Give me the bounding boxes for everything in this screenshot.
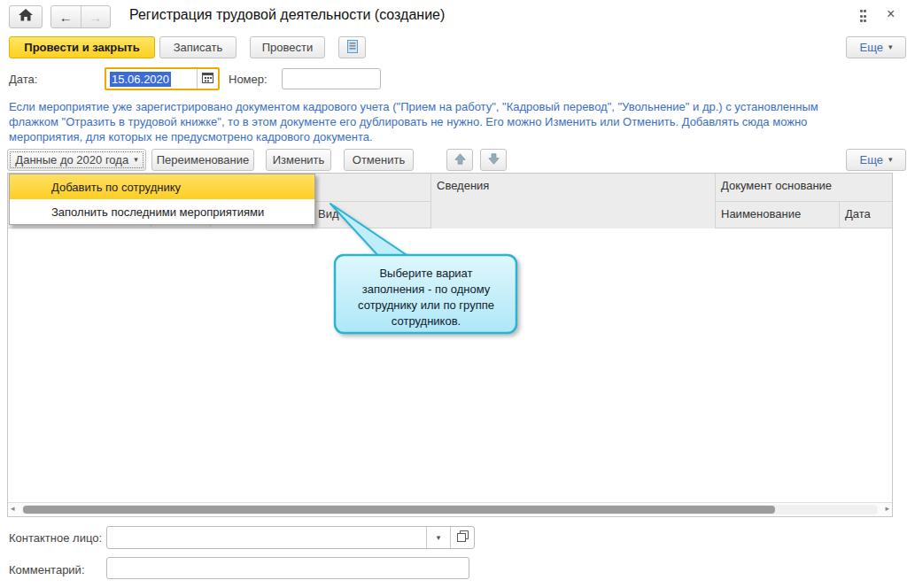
calendar-button[interactable]: [197, 69, 218, 89]
hint-line: мероприятия, для которых не предусмотрен…: [9, 129, 909, 144]
calendar-icon: [202, 71, 213, 87]
hint-text: Если мероприятие уже зарегистрировано до…: [9, 99, 909, 144]
edit-button[interactable]: Изменить: [266, 149, 331, 171]
contact-open-button[interactable]: [450, 527, 474, 548]
home-button[interactable]: [9, 5, 43, 28]
edit-label: Изменить: [273, 153, 325, 166]
scroll-left-icon[interactable]: ◂: [11, 504, 15, 513]
callout-line: сотруднику или по группе: [339, 298, 513, 313]
contact-label: Контактное лицо:: [9, 531, 102, 545]
more-menu-icon[interactable]: [860, 8, 869, 24]
post-and-close-label: Провести и закрыть: [24, 41, 139, 54]
date-value-selected: 15.06.2020: [110, 72, 171, 87]
post-button[interactable]: Провести: [250, 36, 325, 58]
more-label: Еще: [860, 153, 883, 166]
scroll-right-icon[interactable]: ▸: [885, 504, 889, 513]
back-button[interactable]: ←: [51, 6, 81, 27]
header-cell: [313, 174, 431, 202]
date-field[interactable]: 15.06.2020: [105, 67, 220, 90]
header-cell-data[interactable]: Дата: [840, 202, 892, 228]
header-cell-naimenovanie[interactable]: Наименование: [716, 202, 840, 228]
post-label: Провести: [262, 41, 314, 54]
comment-label: Комментарий:: [9, 563, 85, 576]
header-cell-doc-osnovanie[interactable]: Документ основание: [716, 174, 892, 202]
fill-dropdown-menu: Добавить по сотруднику Заполнить последн…: [9, 174, 315, 225]
comment-input[interactable]: [107, 558, 469, 578]
post-and-close-button[interactable]: Провести и закрыть: [9, 36, 155, 58]
home-icon: [19, 9, 33, 25]
hint-line: Если мероприятие уже зарегистрировано до…: [9, 99, 909, 114]
header-cell-svedeniya[interactable]: Сведения: [431, 174, 716, 228]
rename-label: Переименование: [157, 153, 250, 166]
cancel-button[interactable]: Отменить: [344, 149, 414, 171]
contact-input-area[interactable]: [107, 527, 426, 548]
scrollbar-track[interactable]: [22, 505, 878, 514]
header-cell-vid[interactable]: Вид: [313, 202, 431, 228]
menu-item-add-by-employee[interactable]: Добавить по сотруднику: [10, 174, 314, 199]
rename-button[interactable]: Переименование: [151, 149, 254, 171]
callout-line: Выберите вариат: [339, 266, 513, 282]
menu-item-fill-last-events[interactable]: Заполнить последними мероприятиями: [10, 199, 314, 224]
window: ← → Регистрация трудовой деятельности (с…: [0, 0, 915, 588]
hint-line: флажком "Отразить в трудовой книжке", то…: [9, 114, 909, 129]
more-button-table[interactable]: Еще ▾: [846, 149, 906, 171]
close-icon[interactable]: ×: [887, 6, 895, 22]
move-down-button[interactable]: [480, 149, 507, 171]
data-before-2020-label: Данные до 2020 года: [15, 153, 128, 166]
date-value: 15.06.2020: [106, 69, 197, 89]
arrow-down-icon: [488, 153, 500, 167]
number-input[interactable]: [283, 69, 380, 89]
number-field[interactable]: [282, 68, 381, 89]
forward-button[interactable]: →: [81, 6, 110, 27]
more-label: Еще: [860, 41, 883, 54]
page-title: Регистрация трудовой деятельности (созда…: [129, 7, 445, 23]
cancel-label: Отменить: [353, 153, 405, 166]
date-label: Дата:: [9, 73, 37, 86]
register-records-button[interactable]: [338, 36, 366, 58]
chevron-down-icon: ▾: [888, 156, 893, 164]
save-label: Записать: [174, 41, 223, 54]
more-button-top[interactable]: Еще ▾: [846, 36, 906, 58]
save-button[interactable]: Записать: [159, 36, 237, 58]
arrow-up-icon: [454, 153, 466, 167]
back-icon: ←: [59, 10, 73, 25]
history-nav: ← →: [50, 5, 111, 28]
register-records-icon: [347, 40, 358, 56]
forward-icon: →: [89, 10, 102, 25]
contact-input[interactable]: [107, 527, 426, 548]
horizontal-scrollbar[interactable]: ◂ ▸: [8, 502, 892, 516]
number-label: Номер:: [229, 73, 268, 86]
open-in-form-icon: [457, 530, 469, 545]
contact-dropdown-button[interactable]: ▾: [426, 527, 450, 548]
chevron-down-icon: ▾: [437, 534, 441, 542]
chevron-down-icon: ▾: [134, 156, 138, 164]
callout-line: сотрудников.: [339, 313, 513, 329]
callout-line: заполнения - по одному: [339, 282, 513, 298]
scrollbar-thumb[interactable]: [23, 506, 775, 514]
move-up-button[interactable]: [446, 149, 473, 171]
data-before-2020-dropdown[interactable]: Данные до 2020 года ▾: [7, 149, 146, 171]
callout-text: Выберите вариат заполнения - по одному с…: [339, 266, 513, 329]
contact-field[interactable]: ▾: [106, 526, 475, 549]
chevron-down-icon: ▾: [888, 43, 893, 51]
comment-field[interactable]: [106, 557, 469, 579]
